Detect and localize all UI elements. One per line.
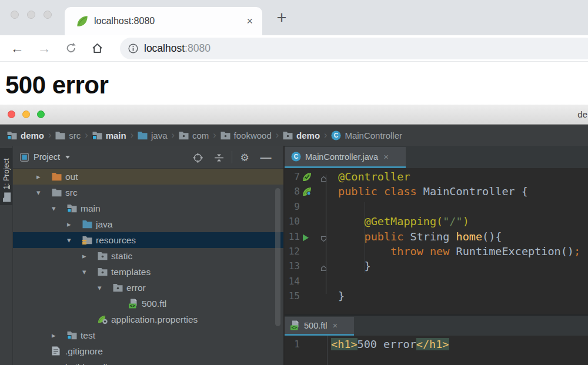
tree-expanded-arrow-icon[interactable]: ▾ [67,232,71,248]
code-text: public String home(){ [338,229,502,244]
new-tab-button[interactable]: + [272,8,292,28]
breadcrumb-separator: › [276,130,279,140]
breadcrumb-item-demo[interactable]: demo [283,130,320,140]
ide-close-button[interactable] [8,110,15,118]
file-spring-icon [98,314,108,327]
breadcrumb-item-main[interactable]: main [92,130,126,140]
code-line-12: 12 throw new RuntimeException(); [285,244,588,259]
locate-icon[interactable] [192,152,203,163]
ide-window-title: de [577,109,587,119]
folder-icon [2,192,11,202]
hide-panel-icon[interactable]: — [260,152,272,163]
home-button[interactable] [87,35,107,61]
file-text-icon [52,346,60,358]
tree-collapsed-arrow-icon[interactable]: ▸ [36,169,41,185]
address-bar[interactable]: localhost:8080 [120,38,588,59]
code-line-13: 13 } [285,259,588,273]
line-number: 7 [285,169,300,184]
code-text: throw new RuntimeException(); [338,244,580,259]
editor-tab-close-icon[interactable]: × [383,152,389,162]
tree-row-templates[interactable]: ▾templates [13,264,283,280]
tree-expanded-arrow-icon[interactable]: ▾ [98,280,102,296]
back-button[interactable]: ← [7,35,27,61]
tree-row-500-ftl[interactable]: <>500.ftl [13,296,283,312]
forward-button[interactable]: → [34,35,54,61]
ide-title-bar: de [0,105,588,125]
tree-row--gitignore[interactable]: .gitignore [13,343,283,359]
svg-text:C: C [334,132,339,139]
tree-row-static[interactable]: ▸static [13,248,283,264]
browser-tab[interactable]: localhost:8080 × [65,7,262,35]
screen: localhost:8080 × + ← → localhost:8080 50… [0,0,588,365]
breadcrumb-item-demo[interactable]: demo [7,130,44,140]
breadcrumb-item-fookwood[interactable]: fookwood [220,130,272,140]
class-icon: C [291,152,301,162]
editor-tab-500ftl[interactable]: <> 500.ftl × [285,317,354,334]
folder-package-icon [179,130,189,140]
tree-label: resources [96,232,136,248]
tree-expanded-arrow-icon[interactable]: ▾ [52,200,56,216]
tab-close-icon[interactable]: × [246,15,253,28]
tree-collapsed-arrow-icon[interactable]: ▸ [67,216,71,232]
tree-label: error [126,280,146,296]
tree-label: main [81,200,101,216]
tool-window-stripe: 1: Project [0,146,13,365]
tree-label: test [81,327,95,343]
code-editor-bottom[interactable]: 1<h1>500 error</h1> [285,336,588,365]
tree-row-application-properties[interactable]: application.properties [13,312,283,327]
browser-minimize-button[interactable] [27,11,35,19]
breadcrumb-separator: › [213,130,216,140]
code-editor-main[interactable]: 7@Controller8public class MainController… [285,168,588,316]
spring-bean-check-icon[interactable] [302,172,312,182]
tree-row-test[interactable]: ▸test [13,327,283,343]
tree-row-resources[interactable]: ▾resources [13,232,283,248]
spring-bean-icon[interactable] [302,187,312,196]
folder-icon [52,187,62,199]
folder-source-icon [82,219,92,231]
tree-row-main[interactable]: ▾main [13,200,283,216]
tree-scrollbar[interactable] [275,188,280,326]
tree-collapsed-arrow-icon[interactable]: ▸ [82,248,86,264]
code-text: @GetMapping("/") [338,214,469,229]
file-ftl-icon: <> [128,299,138,311]
breadcrumb-item-com[interactable]: com [179,130,209,140]
breadcrumb-separator: › [85,130,88,140]
tree-row-src[interactable]: ▾src [13,185,283,200]
code-line-1: 1<h1>500 error</h1> [285,337,588,351]
tree-row-error[interactable]: ▾error [13,280,283,296]
gear-icon[interactable]: ⚙ [239,152,250,163]
browser-close-button[interactable] [11,11,19,19]
project-panel-title[interactable]: Project [34,152,60,162]
svg-text:<>: <> [129,303,135,309]
bottom-tab-close-icon[interactable]: × [333,320,338,330]
editor-tab-bar: C MainController.java × [285,146,588,168]
tree-label: out [65,169,78,185]
breadcrumb-item-maincontroller[interactable]: CMainController [331,130,402,140]
project-stripe-button[interactable]: 1: Project [0,148,12,205]
code-line-7: 7@Controller [285,169,588,184]
tree-row-java[interactable]: ▸java [13,216,283,232]
info-icon[interactable] [128,43,138,53]
run-icon[interactable] [302,233,312,242]
fold-marker-icon[interactable] [320,233,327,245]
reload-button[interactable] [61,35,81,61]
tree-row-out[interactable]: ▸out [13,169,283,185]
editor-tab-maincontroller[interactable]: C MainController.java × [285,147,406,166]
fold-marker-icon[interactable] [320,263,327,274]
ide-main: 1: Project Project ⚙ — ▸out▾src▾main▸jav… [0,146,588,365]
collapse-all-icon[interactable] [213,152,225,163]
browser-zoom-button[interactable] [44,11,52,19]
chevron-down-icon[interactable] [65,156,70,159]
tree-expanded-arrow-icon[interactable]: ▾ [36,185,41,200]
line-number: 9 [285,199,300,214]
tree-row-build-gradle[interactable]: build.gradle [13,359,283,365]
ide-zoom-button[interactable] [37,110,45,118]
tree-expanded-arrow-icon[interactable]: ▾ [82,264,86,280]
breadcrumb-item-java[interactable]: java [138,130,168,140]
editor-tab-label: MainController.java [305,152,378,162]
fold-marker-icon[interactable] [320,173,327,185]
tree-collapsed-arrow-icon[interactable]: ▸ [52,327,56,343]
editor-area: C MainController.java × 7@Controller8pub… [283,146,588,365]
ide-minimize-button[interactable] [22,110,30,118]
breadcrumb-item-src[interactable]: src [55,130,81,140]
